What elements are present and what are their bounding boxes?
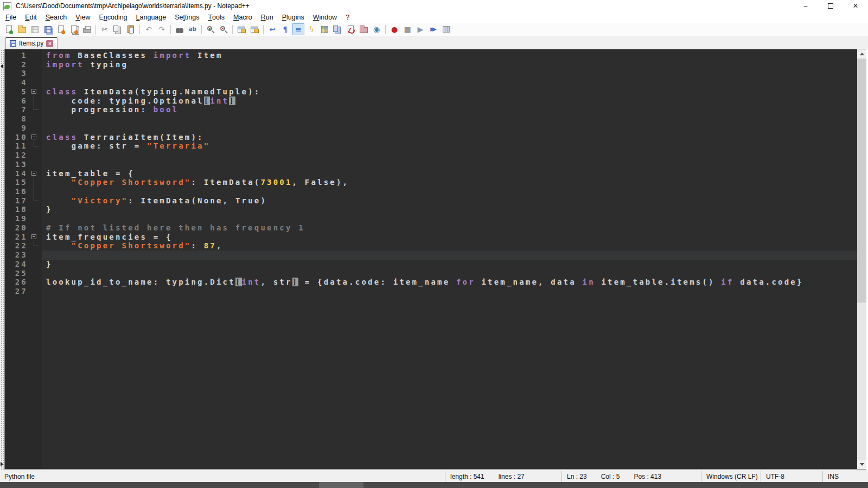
code-line[interactable]: 26lookup_id_to_name: typing.Dict[int, st… [5,278,857,287]
code-line[interactable]: 25 [5,269,857,278]
code-line[interactable]: 7 progression: bool [5,105,857,114]
macro-run-multiple-button[interactable]: ▶▶ [427,23,439,35]
code-line[interactable]: 2import typing [5,60,857,69]
save-all-button[interactable] [42,23,54,35]
code-line[interactable]: 27 [5,287,857,296]
close-all-button[interactable] [68,23,80,35]
line-number[interactable]: 8 [5,114,28,124]
line-number[interactable]: 7 [5,105,28,114]
code-area[interactable]: 1from BaseClasses import Item2import typ… [4,49,857,470]
zoom-out-button[interactable] [218,23,229,35]
menu-encoding[interactable]: Encoding [94,12,131,23]
menu-plugins[interactable]: Plugins [278,12,309,23]
code-line[interactable]: 1from BaseClasses import Item [5,51,857,60]
code-text[interactable]: item_table = { [42,169,857,178]
function-list-button[interactable]: ϟ [305,23,317,35]
restore-button[interactable] [818,0,843,12]
new-file-button[interactable] [3,23,15,35]
code-line[interactable]: 24} [5,260,857,269]
code-line[interactable]: 6 code: typing.Optional[int] [5,97,857,106]
code-text[interactable]: item_frequencies = { [42,233,857,242]
code-text[interactable]: } [42,260,857,269]
status-insert-mode[interactable]: INS [822,471,868,482]
line-number[interactable]: 10 [5,133,28,142]
line-number[interactable]: 3 [5,69,28,78]
undo-button[interactable]: ↶ [143,23,155,35]
print-button[interactable] [81,23,93,35]
line-number[interactable]: 6 [5,97,28,106]
code-text[interactable]: "Victory": ItemData(None, True) [42,196,857,206]
monitoring-button[interactable]: ◉ [371,23,382,35]
code-text[interactable] [42,187,857,196]
line-number[interactable]: 26 [5,278,28,287]
macro-play-button[interactable]: ▶ [414,23,426,35]
fold-marker[interactable] [28,233,42,242]
macro-stop-button[interactable]: ■ [401,23,413,35]
code-line[interactable]: 5class ItemData(typing.NamedTuple): [5,87,857,97]
fold-marker[interactable] [28,133,42,142]
tab-items-py[interactable]: Items.py× [5,37,58,49]
scroll-down-arrow[interactable] [857,460,866,469]
line-number[interactable]: 11 [5,142,28,151]
close-window-button[interactable]: × [843,0,868,12]
code-text[interactable] [42,214,857,223]
code-line[interactable]: 23 [5,251,857,260]
code-text[interactable]: } [42,205,857,214]
code-text[interactable]: class ItemData(typing.NamedTuple): [42,87,857,97]
code-line[interactable]: 4 [5,78,857,87]
code-line[interactable]: 20# If not listed here then has frequenc… [5,223,857,233]
menu-settings[interactable]: Settings [170,12,203,23]
code-line[interactable]: 9 [5,124,857,133]
line-number[interactable]: 18 [5,205,28,214]
line-number[interactable]: 14 [5,169,28,178]
code-text[interactable] [42,251,857,260]
open-button[interactable] [16,23,28,35]
indent-guide-button[interactable]: ≡ [292,23,304,35]
sync-horizontal-button[interactable] [248,23,260,35]
code-line[interactable]: 16 [5,187,857,196]
code-text[interactable]: import typing [42,60,857,69]
menu-edit[interactable]: Edit [21,12,41,23]
code-line[interactable]: 21item_frequencies = { [5,233,857,242]
code-line[interactable]: 17 "Victory": ItemData(None, True) [5,196,857,206]
vertical-scrollbar[interactable] [857,49,866,470]
fold-collapse-icon[interactable] [31,89,36,94]
line-number[interactable]: 23 [5,251,28,260]
status-encoding[interactable]: UTF-8 [761,471,822,482]
code-text[interactable]: lookup_id_to_name: typing.Dict[int, str]… [42,278,857,287]
code-line[interactable]: 19 [5,214,857,223]
code-line[interactable]: 11 game: str = "Terraria" [5,142,857,151]
line-number[interactable]: 2 [5,60,28,69]
fold-collapse-icon[interactable] [31,134,36,139]
code-line[interactable]: 15 "Copper Shortsword": ItemData(73001, … [5,178,857,187]
line-number[interactable]: 17 [5,196,28,206]
close-button[interactable] [55,23,67,35]
code-text[interactable]: "Copper Shortsword": 87, [42,241,857,251]
code-text[interactable] [42,151,857,160]
line-number[interactable]: 1 [5,51,28,60]
document-map-button[interactable] [318,23,330,35]
save-macro-button[interactable] [441,23,452,35]
code-text[interactable]: # If not listed here then has frequency … [42,223,857,233]
dock-grip[interactable] [0,49,4,470]
word-wrap-button[interactable]: ↩ [266,23,278,35]
code-line[interactable]: 10class TerrariaItem(Item): [5,133,857,142]
line-number[interactable]: 25 [5,269,28,278]
minimize-button[interactable]: − [793,0,818,12]
code-text[interactable]: game: str = "Terraria" [42,142,857,151]
line-number[interactable]: 20 [5,223,28,233]
code-text[interactable]: "Copper Shortsword": ItemData(73001, Fal… [42,178,857,187]
replace-button[interactable]: ab [187,23,199,35]
cut-button[interactable]: ✂ [99,23,111,35]
menu-window[interactable]: Window [309,12,341,23]
scroll-up-arrow[interactable] [857,49,866,59]
line-number[interactable]: 21 [5,233,28,242]
line-number[interactable]: 22 [5,241,28,251]
menu-macro[interactable]: Macro [229,12,257,23]
line-number[interactable]: 16 [5,187,28,196]
menu-run[interactable]: Run [257,12,278,23]
redo-button[interactable]: ↷ [156,23,168,35]
line-number[interactable]: 13 [5,160,28,169]
status-eol-format[interactable]: Windows (CR LF) [701,471,761,482]
dock-arrow-left-icon[interactable] [1,64,3,68]
